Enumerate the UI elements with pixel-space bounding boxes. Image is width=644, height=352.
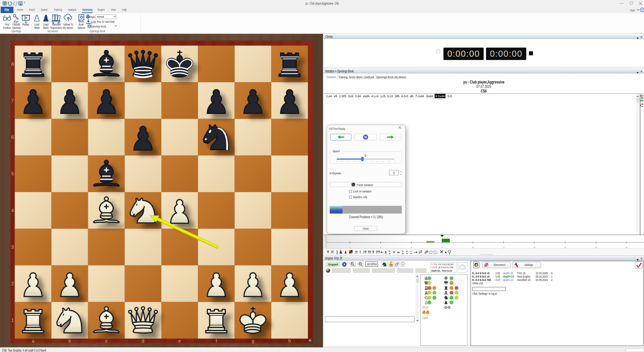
svg-text:∞: ∞ [397,250,400,254]
svg-text:Calm: Calm [422,316,428,320]
svg-text:4: 4 [325,236,326,238]
svg-text:b: b [68,338,71,344]
svg-text:??: ?? [376,250,380,254]
svg-text:+: + [410,252,412,255]
svg-text:c: c [105,338,108,344]
svg-text:!!: !! [355,250,358,254]
svg-text:?: ? [641,8,643,12]
svg-text:3: 3 [11,244,14,250]
svg-text:d: d [142,338,145,344]
svg-text:5: 5 [11,171,14,176]
svg-text:8: 8 [11,61,14,67]
svg-text:?!: ?! [368,250,371,254]
svg-text:!: ! [360,250,361,254]
svg-text:=: = [389,252,390,255]
svg-text:h: h [288,338,291,344]
svg-text:+-: +- [380,250,384,254]
svg-text:1: 1 [11,317,14,323]
svg-text:7: 7 [11,98,14,103]
svg-text:-+: -+ [414,250,418,254]
svg-text:!?: !? [363,250,367,254]
svg-text:2: 2 [11,281,14,286]
svg-text:g: g [252,338,254,344]
svg-text:=: = [393,250,395,254]
svg-text:2: 2 [325,239,326,241]
svg-text:∞: ∞ [402,252,404,255]
svg-text:6: 6 [11,134,14,140]
svg-text:?: ? [372,250,374,254]
svg-text:f: f [216,338,217,344]
svg-text:]: ] [336,250,338,254]
svg-text:a: a [32,338,35,344]
svg-text:1: 1 [340,249,341,252]
svg-text:e: e [178,338,181,344]
svg-text:±: ± [385,250,387,254]
svg-text:4: 4 [11,208,14,213]
svg-text:+: + [406,252,408,255]
